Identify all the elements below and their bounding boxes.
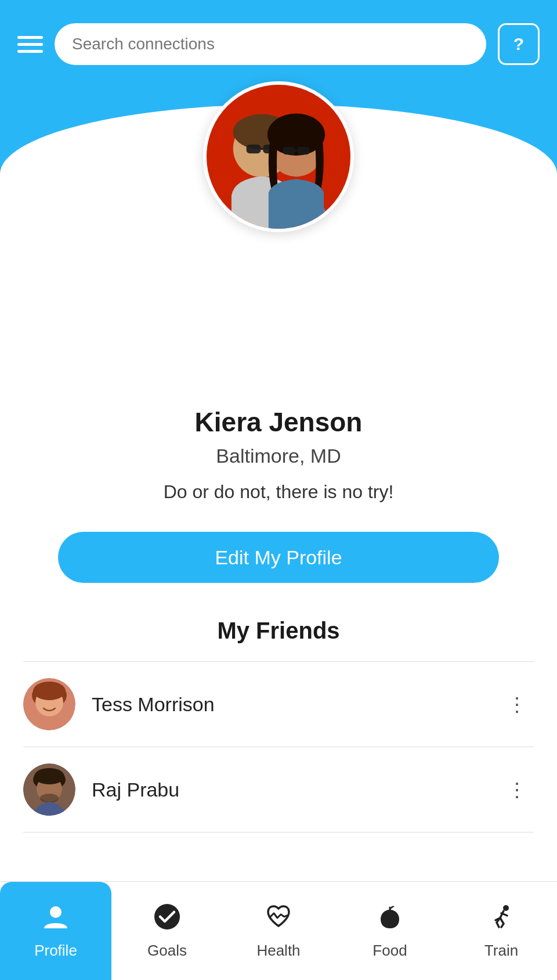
avatar-image xyxy=(207,85,350,229)
more-options-icon-raj[interactable]: ⋮ xyxy=(501,772,534,807)
friend-name-tess: Tess Morrison xyxy=(92,693,501,716)
list-item: Tess Morrison ⋮ xyxy=(23,662,534,747)
svg-rect-10 xyxy=(283,147,295,154)
bottom-nav: Profile Goals Health xyxy=(0,881,557,980)
nav-item-food[interactable]: Food xyxy=(334,882,446,980)
svg-rect-11 xyxy=(297,147,309,154)
svg-point-21 xyxy=(34,768,64,784)
nav-label-goals: Goals xyxy=(147,942,187,960)
goals-icon xyxy=(153,903,181,937)
menu-icon[interactable] xyxy=(17,36,43,53)
friend-name-raj: Raj Prabu xyxy=(92,779,501,801)
nav-item-profile[interactable]: Profile xyxy=(0,882,111,980)
profile-name: Kiera Jenson xyxy=(23,406,534,438)
profile-section: Kiera Jenson Baltimore, MD Do or do not,… xyxy=(0,174,557,583)
profile-location: Baltimore, MD xyxy=(23,445,534,467)
list-item: Raj Prabu ⋮ xyxy=(23,747,534,833)
food-icon xyxy=(376,903,404,937)
health-icon xyxy=(265,903,292,937)
nav-label-food: Food xyxy=(372,942,407,960)
train-icon xyxy=(487,903,515,937)
svg-point-16 xyxy=(33,682,66,700)
svg-point-23 xyxy=(154,904,180,929)
nav-label-health: Health xyxy=(256,942,300,960)
search-input[interactable] xyxy=(55,23,486,65)
avatar xyxy=(203,81,354,232)
nav-item-health[interactable]: Health xyxy=(223,882,334,980)
edit-profile-button[interactable]: Edit My Profile xyxy=(58,532,499,583)
friend-avatar-tess xyxy=(23,678,75,730)
svg-point-22 xyxy=(50,906,62,918)
help-button[interactable]: ? xyxy=(498,23,540,65)
svg-point-20 xyxy=(40,794,59,803)
profile-quote: Do or do not, there is no try! xyxy=(23,481,534,503)
friend-avatar-raj xyxy=(23,763,75,816)
more-options-icon-tess[interactable]: ⋮ xyxy=(501,687,534,722)
friends-section: My Friends Tess Morrison ⋮ xyxy=(0,618,557,833)
friends-title: My Friends xyxy=(23,618,534,644)
svg-rect-4 xyxy=(247,145,261,153)
nav-label-train: Train xyxy=(484,942,518,960)
nav-item-goals[interactable]: Goals xyxy=(111,882,223,980)
nav-item-train[interactable]: Train xyxy=(446,882,557,980)
profile-icon xyxy=(42,903,70,937)
nav-label-profile: Profile xyxy=(34,942,77,960)
